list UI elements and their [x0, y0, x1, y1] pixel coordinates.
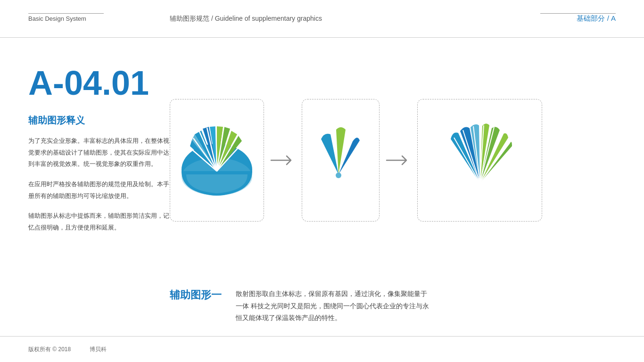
arrow-1-svg — [270, 153, 296, 167]
svg-point-11 — [336, 173, 341, 178]
section-title: 辅助图形释义 — [28, 114, 170, 127]
arrow-2-svg — [386, 153, 412, 167]
logo-partial-svg — [313, 123, 369, 198]
body-text-3: 辅助图形从标志中提炼而来，辅助图形简洁实用，记忆点很明确，且方便使用和延展。 — [28, 210, 170, 233]
graphic-description: 散射图形取自主体标志，保留原有基因，通过演化，像集聚能量于 一体 科技之光同时又… — [236, 288, 616, 324]
footer-company: 博贝科 — [90, 346, 107, 354]
desc-line-3: 恒又能体现了保温装饰产品的特性。 — [236, 314, 341, 321]
left-column: A-04.01 辅助图形释义 为了充实企业形象。丰富标志的具体应用，在整体视觉要… — [28, 52, 170, 234]
logo-fan-svg — [428, 113, 532, 207]
header-title: 辅助图形规范 / Guideline of supplementary grap… — [132, 15, 577, 23]
footer: 版权所有 © 2018 博贝科 — [0, 336, 644, 362]
desc-line-2: 一体 科技之光同时又是阳光，围绕同一个圆心代表企业的专注与永 — [236, 303, 429, 310]
header-brand: Basic Design System — [28, 15, 132, 22]
header-section: 基础部分 / A — [577, 14, 616, 23]
header: Basic Design System 辅助图形规范 / Guideline o… — [0, 0, 644, 38]
logo-full-svg — [177, 120, 257, 200]
graphic-box-3 — [417, 99, 542, 222]
page-id: A-04.01 — [28, 66, 170, 100]
graphic-label: 辅助图形一 — [170, 288, 222, 302]
right-graphic-area: 辅助图形一 散射图形取自主体标志，保留原有基因，通过演化，像集聚能量于 一体 科… — [170, 94, 616, 324]
arrow-2-container — [380, 153, 417, 167]
body-text-2: 在应用时严格按各辅助图形的规范使用及绘制。本手册所有的辅助图形均可等比缩放使用。 — [28, 179, 170, 202]
body-text-1: 为了充实企业形象。丰富标志的具体应用，在整体视觉要求的基础设计了辅助图形，使其在… — [28, 135, 170, 170]
arrow-1-container — [264, 153, 302, 167]
desc-line-1: 散射图形取自主体标志，保留原有基因，通过演化，像集聚能量于 — [236, 290, 427, 297]
footer-copyright: 版权所有 © 2018 — [28, 346, 71, 354]
graphic-box-2 — [302, 99, 380, 222]
bottom-text-area: 辅助图形一 散射图形取自主体标志，保留原有基因，通过演化，像集聚能量于 一体 科… — [170, 288, 616, 324]
graphic-row — [170, 99, 616, 222]
graphic-box-1 — [170, 99, 264, 222]
